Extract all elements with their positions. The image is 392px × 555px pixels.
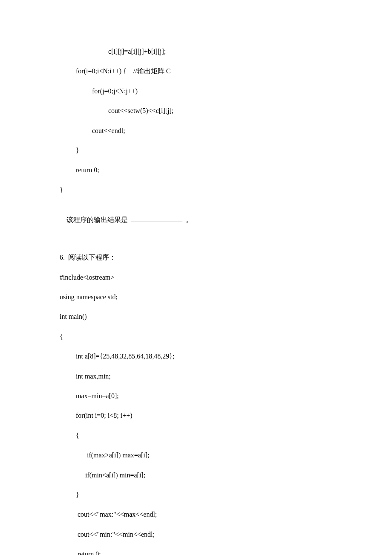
- code-line: return 0;: [60, 165, 332, 175]
- code-line: {: [60, 431, 332, 440]
- code-line: max=min=a[0];: [60, 391, 332, 401]
- code-line: cout<<endl;: [60, 126, 332, 136]
- code-line: for(j=0;j<N;j++): [60, 87, 332, 96]
- fill-blank[interactable]: [131, 215, 182, 222]
- spacer: [60, 244, 332, 253]
- question-line: 该程序的输出结果是 。: [60, 205, 332, 234]
- question-text: 该程序的输出结果是: [66, 216, 130, 223]
- code-line: }: [60, 185, 332, 195]
- code-line: return 0;: [60, 549, 332, 555]
- question-title: 6. 阅读以下程序：: [60, 253, 332, 262]
- code-line: cout<<"max:"<<max<<endl;: [60, 510, 332, 519]
- code-line: for(i=0;i<N;i++) { //输出矩阵 C: [60, 66, 332, 76]
- code-line: if(min<a[i]) min=a[i];: [60, 471, 332, 480]
- code-line: #include<iostream>: [60, 273, 332, 282]
- code-line: using namespace std;: [60, 292, 332, 302]
- document-page: c[i][j]=a[i][j]+b[i][j]; for(i=0;i<N;i++…: [0, 0, 392, 555]
- code-line: if(max>a[i]) max=a[i];: [60, 451, 332, 460]
- code-line: for(int i=0; i<8; i++): [60, 411, 332, 420]
- question-text-end: 。: [184, 216, 193, 223]
- code-line: cout<<setw(5)<<c[i][j];: [60, 106, 332, 116]
- code-line: int max,min;: [60, 372, 332, 381]
- code-line: int a[8]={25,48,32,85,64,18,48,29};: [60, 352, 332, 361]
- code-line: int main(): [60, 312, 332, 321]
- code-line: cout<<"min:"<<min<<endl;: [60, 530, 332, 539]
- code-line: c[i][j]=a[i][j]+b[i][j];: [60, 47, 332, 56]
- code-line: }: [60, 146, 332, 155]
- code-line: }: [60, 490, 332, 500]
- code-line: {: [60, 332, 332, 341]
